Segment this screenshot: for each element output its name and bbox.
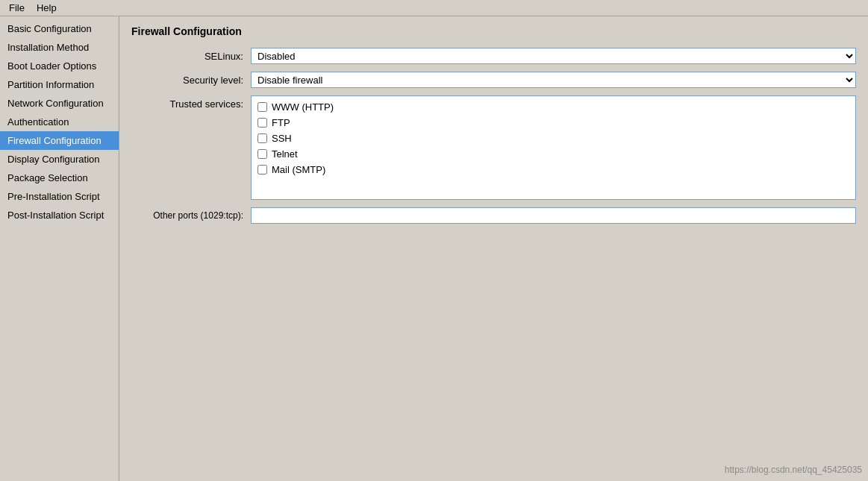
service-telnet-row: Telnet [257, 146, 849, 162]
sidebar-item-display-configuration[interactable]: Display Configuration [0, 150, 119, 169]
security-level-wrapper: Disable firewall Enable firewall [251, 72, 856, 88]
other-ports-label: Other ports (1029:tcp): [131, 210, 251, 221]
trusted-services-label: Trusted services: [131, 95, 251, 110]
watermark: https://blog.csdn.net/qq_45425035 [725, 465, 862, 475]
sidebar-item-partition-information[interactable]: Partition Information [0, 75, 119, 94]
service-mail-row: Mail (SMTP) [257, 162, 849, 177]
service-ftp-row: FTP [257, 115, 849, 131]
sidebar: Basic Configuration Installation Method … [0, 16, 119, 481]
content-area: Firewall Configuration SELinux: Disabled… [119, 16, 868, 481]
service-mail-label: Mail (SMTP) [272, 164, 325, 175]
service-telnet-checkbox[interactable] [257, 149, 267, 159]
selinux-row: SELinux: Disabled Enabled (enforcing) En… [131, 48, 856, 64]
sidebar-item-authentication[interactable]: Authentication [0, 113, 119, 131]
page-title: Firewall Configuration [131, 25, 856, 37]
selinux-label: SELinux: [131, 51, 251, 62]
other-ports-input[interactable] [251, 207, 856, 224]
menubar: File Help [0, 0, 868, 16]
menu-file[interactable]: File [3, 1, 31, 15]
sidebar-item-network-configuration[interactable]: Network Configuration [0, 94, 119, 113]
sidebar-item-boot-loader-options[interactable]: Boot Loader Options [0, 57, 119, 75]
service-www-checkbox[interactable] [257, 102, 267, 112]
sidebar-item-basic-config[interactable]: Basic Configuration [0, 19, 119, 38]
trusted-services-row: Trusted services: WWW (HTTP) FTP SSH Tel… [131, 95, 856, 200]
other-ports-row: Other ports (1029:tcp): [131, 207, 856, 224]
sidebar-item-firewall-configuration[interactable]: Firewall Configuration [0, 131, 119, 150]
security-level-select[interactable]: Disable firewall Enable firewall [251, 72, 856, 88]
security-level-row: Security level: Disable firewall Enable … [131, 72, 856, 88]
main-layout: Basic Configuration Installation Method … [0, 16, 868, 481]
service-ftp-checkbox[interactable] [257, 118, 267, 128]
menu-help[interactable]: Help [31, 1, 63, 15]
service-ftp-label: FTP [272, 117, 290, 128]
selinux-wrapper: Disabled Enabled (enforcing) Enabled (pe… [251, 48, 856, 64]
other-ports-wrapper [251, 207, 856, 224]
service-www-row: WWW (HTTP) [257, 99, 849, 115]
service-ssh-checkbox[interactable] [257, 133, 267, 143]
service-ssh-label: SSH [272, 133, 292, 144]
trusted-services-box: WWW (HTTP) FTP SSH Telnet Mail (SMTP) [251, 95, 856, 200]
sidebar-item-post-installation-script[interactable]: Post-Installation Script [0, 206, 119, 224]
sidebar-item-pre-installation-script[interactable]: Pre-Installation Script [0, 187, 119, 206]
selinux-select[interactable]: Disabled Enabled (enforcing) Enabled (pe… [251, 48, 856, 64]
service-ssh-row: SSH [257, 131, 849, 146]
service-telnet-label: Telnet [272, 148, 298, 160]
security-level-label: Security level: [131, 75, 251, 86]
sidebar-item-package-selection[interactable]: Package Selection [0, 169, 119, 187]
service-www-label: WWW (HTTP) [272, 101, 334, 113]
sidebar-item-installation-method[interactable]: Installation Method [0, 38, 119, 57]
service-mail-checkbox[interactable] [257, 165, 267, 175]
